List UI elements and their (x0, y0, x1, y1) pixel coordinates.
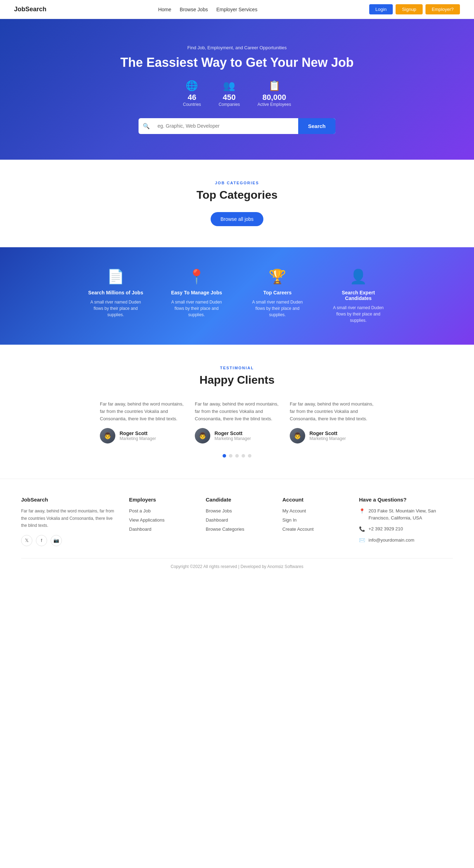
employees-label: Active Employees (257, 102, 291, 107)
feature-top-careers: 🏆 Top Careers A small river named Duden … (248, 268, 307, 324)
author-role-2: Marketing Manager (214, 436, 251, 441)
instagram-link[interactable]: 📷 (51, 535, 62, 546)
footer-link-candidate-dashboard: Dashboard (206, 517, 268, 523)
document-icon: 📄 (86, 268, 146, 285)
search-button[interactable]: Search (298, 118, 335, 134)
footer-candidate-links: Browse Jobs Dashboard Browse Categories (206, 508, 268, 532)
nav-links: Home Browse Jobs Employer Services (158, 7, 257, 12)
email-icon: ✉️ (359, 537, 365, 543)
author-info-1: Roger Scott Marketing Manager (120, 430, 156, 441)
brand-logo: JobSearch (14, 6, 46, 13)
footer-link-dashboard: Dashboard (129, 526, 192, 532)
footer-candidate-col: Candidate Browse Jobs Dashboard Browse C… (206, 497, 268, 548)
search-icon: 🔍 (139, 118, 154, 134)
footer-employers-col: Employers Post a Job View Applications D… (129, 497, 192, 548)
feature-manage-jobs: 📍 Easy To Manage Jobs A small river name… (167, 268, 226, 324)
my-account-link[interactable]: My Account (282, 508, 306, 513)
companies-icon: 👥 (219, 80, 240, 91)
employers-dashboard-link[interactable]: Dashboard (129, 526, 152, 532)
dot-1[interactable] (223, 454, 226, 458)
author-name-2: Roger Scott (214, 430, 251, 436)
candidates-icon: 👤 (328, 268, 388, 285)
footer-link-post-job: Post a Job (129, 508, 192, 514)
candidate-dashboard-link[interactable]: Dashboard (206, 517, 228, 523)
testimonial-3: Far far away, behind the word mountains,… (290, 401, 374, 443)
feature-text-4: A small river named Duden flows by their… (328, 305, 388, 324)
post-job-link[interactable]: Post a Job (129, 508, 150, 513)
avatar-image-1: 👨 (100, 428, 115, 443)
author-role-1: Marketing Manager (120, 436, 156, 441)
avatar-3: 👨 (290, 428, 305, 443)
search-input[interactable] (154, 118, 298, 134)
login-button[interactable]: Login (369, 4, 393, 14)
contact-phone: 📞 +2 392 3929 210 (359, 525, 453, 532)
feature-text-1: A small river named Duden flows by their… (86, 299, 146, 318)
footer-grid: JobSearch Far far away, behind the word … (21, 497, 453, 548)
footer-link-my-account: My Account (282, 508, 345, 514)
browse-categories-link[interactable]: Browse Categories (206, 526, 244, 532)
footer-link-browse-categories: Browse Categories (206, 526, 268, 532)
employees-count: 80,000 (257, 93, 291, 102)
testimonial-2: Far far away, behind the word mountains,… (195, 401, 279, 443)
testimonial-text-1: Far far away, behind the word mountains,… (100, 401, 184, 422)
nav-employer-services[interactable]: Employer Services (216, 7, 257, 12)
categories-section: JOB CATEGORIES Top Categories Browse all… (0, 160, 474, 247)
companies-label: Companies (219, 102, 240, 107)
browse-all-jobs-button[interactable]: Browse all jobs (211, 212, 263, 226)
create-account-link[interactable]: Create Account (282, 526, 314, 532)
countries-label: Countries (183, 102, 201, 107)
facebook-link[interactable]: f (36, 535, 47, 546)
footer-contact-col: Have a Questions? 📍 203 Fake St. Mountai… (359, 497, 453, 548)
features-section: 📄 Search Millions of Jobs A small river … (0, 247, 474, 345)
email-text: info@yourdomain.com (369, 537, 414, 544)
footer-link-view-apps: View Applications (129, 517, 192, 523)
countries-count: 46 (183, 93, 201, 102)
dot-3[interactable] (235, 454, 239, 458)
stat-countries: 🌐 46 Countries (183, 80, 201, 107)
sign-in-link[interactable]: Sign In (282, 517, 296, 523)
author-name-3: Roger Scott (309, 430, 346, 436)
map-pin-icon: 📍 (359, 508, 365, 514)
trophy-icon: 🏆 (248, 268, 307, 285)
author-info-3: Roger Scott Marketing Manager (309, 430, 346, 441)
contact-email: ✉️ info@yourdomain.com (359, 537, 453, 544)
testimonials-section: TESTIMONIAL Happy Clients Far far away, … (0, 345, 474, 479)
author-name-1: Roger Scott (120, 430, 156, 436)
hero-section: Find Job, Employment, and Career Opportu… (0, 19, 474, 160)
footer-link-browse-jobs: Browse Jobs (206, 508, 268, 514)
copyright-text: Copyright ©2022 All rights reserved | De… (171, 564, 303, 569)
footer-social: 𝕏 f 📷 (21, 535, 115, 546)
nav-home[interactable]: Home (158, 7, 171, 12)
footer-contact-title: Have a Questions? (359, 497, 453, 503)
employer-button[interactable]: Employer? (425, 4, 460, 14)
feature-title-3: Top Careers (248, 290, 307, 295)
signup-button[interactable]: Signup (396, 4, 422, 14)
twitter-link[interactable]: 𝕏 (21, 535, 32, 546)
hero-subtitle: Find Job, Employment, and Career Opportu… (120, 45, 354, 50)
footer-candidate-title: Candidate (206, 497, 268, 503)
testimonials-title: Happy Clients (14, 374, 460, 387)
stat-employees: 📋 80,000 Active Employees (257, 80, 291, 107)
feature-text-3: A small river named Duden flows by their… (248, 299, 307, 318)
dot-4[interactable] (242, 454, 245, 458)
footer-employers-title: Employers (129, 497, 192, 503)
browse-jobs-link[interactable]: Browse Jobs (206, 508, 232, 513)
nav-browse-jobs[interactable]: Browse Jobs (180, 7, 208, 12)
view-applications-link[interactable]: View Applications (129, 517, 165, 523)
hero-search-bar: 🔍 Search (139, 118, 335, 134)
hero-stats: 🌐 46 Countries 👥 450 Companies 📋 80,000 … (120, 80, 354, 107)
avatar-1: 👨 (100, 428, 115, 443)
phone-icon: 📞 (359, 526, 365, 532)
author-info-2: Roger Scott Marketing Manager (214, 430, 251, 441)
address-text: 203 Fake St. Mountain View, San Francisc… (369, 508, 453, 521)
testimonial-dots (14, 454, 460, 458)
dot-5[interactable] (248, 454, 251, 458)
feature-title-1: Search Millions of Jobs (86, 290, 146, 295)
testimonial-text-3: Far far away, behind the word mountains,… (290, 401, 374, 422)
footer-link-create-account: Create Account (282, 526, 345, 532)
stat-companies: 👥 450 Companies (219, 80, 240, 107)
feature-title-4: Search Expert Candidates (328, 290, 388, 301)
navbar: JobSearch Home Browse Jobs Employer Serv… (0, 0, 474, 19)
footer-brand-col: JobSearch Far far away, behind the word … (21, 497, 115, 548)
dot-2[interactable] (229, 454, 232, 458)
